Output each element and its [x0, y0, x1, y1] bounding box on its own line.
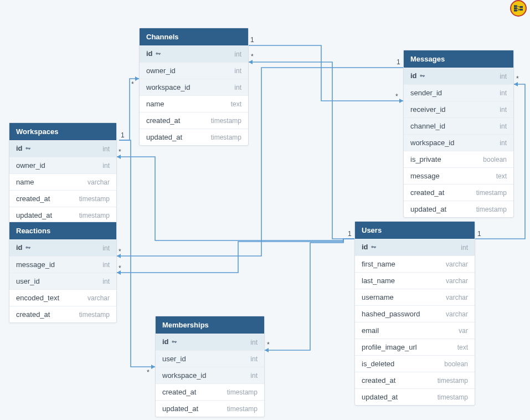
svg-text:*: * [119, 148, 121, 156]
table-row[interactable]: id int [404, 68, 513, 84]
column-name: username [362, 293, 394, 301]
dbdiagram-logo-icon [510, 0, 527, 17]
table-row[interactable]: username varchar [355, 289, 475, 305]
column-type: timestamp [211, 117, 241, 125]
table-row[interactable]: channel_id int [404, 117, 513, 134]
table-workspaces[interactable]: Workspaces id int owner_id int name varc… [9, 122, 117, 224]
key-icon [25, 145, 31, 153]
column-type: timestamp [476, 206, 507, 213]
column-name: id [146, 49, 161, 58]
column-type: timestamp [79, 195, 110, 203]
column-type: timestamp [79, 212, 110, 219]
table-channels[interactable]: Channels id int owner_id int workspace_i… [139, 28, 249, 146]
svg-text:*: * [516, 75, 519, 83]
svg-text:*: * [395, 93, 398, 100]
column-type: int [102, 244, 110, 252]
column-name: name [146, 100, 164, 108]
column-name: id [16, 144, 31, 153]
table-row[interactable]: is_private boolean [404, 151, 513, 167]
table-row[interactable]: message_id int [9, 256, 116, 273]
column-name: receiver_id [410, 105, 446, 114]
table-row[interactable]: updated_at timestamp [355, 388, 475, 405]
column-type: int [500, 89, 507, 97]
svg-text:*: * [119, 264, 121, 272]
table-row[interactable]: email var [355, 322, 475, 339]
column-type: timestamp [211, 134, 241, 141]
column-name: message [410, 172, 440, 180]
table-row[interactable]: user_id int [9, 273, 116, 289]
table-users[interactable]: Users id int first_name varchar last_nam… [354, 221, 475, 406]
table-row[interactable]: first_name varchar [355, 255, 475, 272]
table-row[interactable]: owner_id int [9, 157, 116, 173]
table-row[interactable]: workspace_id int [404, 134, 513, 151]
key-icon [419, 73, 425, 81]
table-row[interactable]: workspace_id int [140, 79, 248, 95]
column-name: owner_id [16, 161, 45, 170]
svg-text:1: 1 [121, 131, 125, 139]
table-messages[interactable]: Messages id int sender_id int receiver_i… [403, 50, 514, 218]
table-row[interactable]: owner_id int [140, 62, 248, 79]
table-row[interactable]: sender_id int [404, 84, 513, 101]
column-name: user_id [162, 355, 186, 363]
table-row[interactable]: name text [140, 95, 248, 112]
table-row[interactable]: updated_at timestamp [156, 400, 264, 417]
table-row[interactable]: created_at timestamp [404, 184, 513, 201]
table-row[interactable]: created_at timestamp [156, 383, 264, 400]
column-type: int [102, 162, 110, 170]
table-row[interactable]: id int [156, 334, 264, 350]
svg-marker-10 [249, 60, 253, 64]
column-type: text [496, 172, 507, 180]
column-name: hashed_password [362, 310, 420, 318]
svg-marker-22 [117, 155, 121, 159]
table-row[interactable]: id int [9, 140, 116, 157]
table-row[interactable]: created_at timestamp [9, 306, 116, 322]
table-row[interactable]: id int [9, 239, 116, 256]
table-memberships[interactable]: Memberships id int user_id int workspace… [155, 316, 265, 417]
svg-text:1: 1 [397, 58, 400, 66]
table-row[interactable]: updated_at timestamp [9, 207, 116, 223]
column-name: last_name [362, 276, 395, 285]
table-row[interactable]: created_at timestamp [140, 112, 248, 129]
table-row[interactable]: receiver_id int [404, 101, 513, 117]
column-type: int [500, 139, 507, 147]
column-name: workspace_id [410, 139, 455, 147]
table-row[interactable]: profile_image_url text [355, 339, 475, 355]
table-row[interactable]: is_deleted boolean [355, 355, 475, 372]
table-reactions[interactable]: Reactions id int message_id int user_id … [9, 222, 117, 323]
svg-text:*: * [119, 248, 121, 255]
table-row[interactable]: encoded_text varchar [9, 289, 116, 306]
column-name: created_at [162, 388, 196, 396]
table-row[interactable]: workspace_id int [156, 367, 264, 383]
column-name: id [410, 71, 425, 80]
column-type: text [457, 344, 468, 351]
table-row[interactable]: hashed_password varchar [355, 305, 475, 322]
svg-text:*: * [267, 341, 270, 349]
column-name: created_at [362, 376, 395, 385]
svg-rect-1 [514, 7, 517, 9]
column-name: owner_id [146, 66, 176, 75]
table-row[interactable]: created_at timestamp [9, 190, 116, 207]
table-row[interactable]: updated_at timestamp [404, 201, 513, 217]
column-name: updated_at [410, 205, 446, 213]
column-type: timestamp [227, 388, 258, 396]
table-row[interactable]: last_name varchar [355, 272, 475, 289]
table-row[interactable]: id int [355, 239, 475, 255]
table-row[interactable]: name varchar [9, 173, 116, 190]
table-row[interactable]: user_id int [156, 350, 264, 367]
column-name: user_id [16, 277, 40, 285]
column-type: int [234, 67, 241, 75]
svg-text:*: * [251, 53, 254, 60]
table-row[interactable]: updated_at timestamp [140, 129, 248, 145]
table-row[interactable]: created_at timestamp [355, 372, 475, 388]
column-type: timestamp [438, 393, 468, 401]
column-name: workspace_id [162, 371, 207, 380]
column-type: boolean [444, 360, 468, 368]
table-row[interactable]: message text [404, 167, 513, 184]
column-type: varchar [446, 277, 468, 285]
column-name: first_name [362, 260, 395, 268]
table-row[interactable]: id int [140, 45, 248, 62]
column-type: int [250, 339, 258, 346]
column-name: created_at [146, 116, 180, 125]
column-name: created_at [16, 194, 50, 203]
column-type: int [461, 244, 468, 252]
